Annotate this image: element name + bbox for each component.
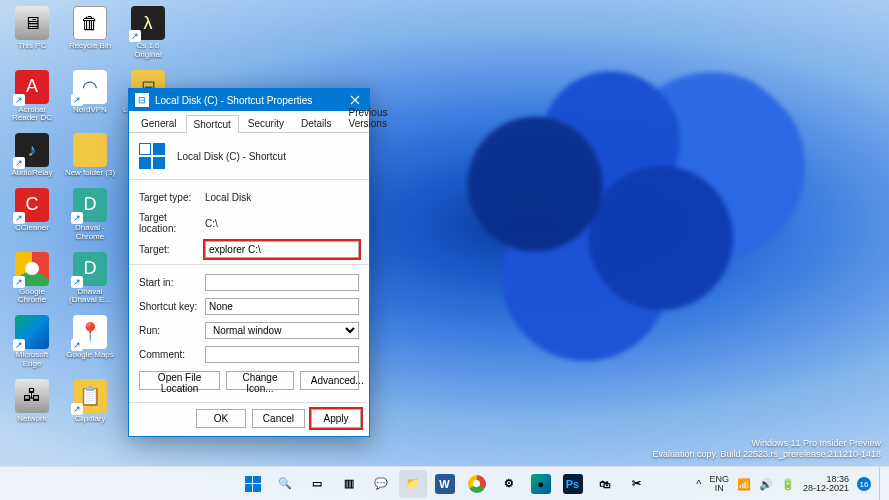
desktop-icon-label: Recycle Bin: [69, 42, 111, 51]
wallpaper-bloom: [409, 40, 829, 400]
start-in-row: Start in:: [139, 273, 359, 291]
volume-icon[interactable]: 🔊: [759, 478, 773, 491]
desktop-icon-audiorelay[interactable]: ♪↗AudioRelay: [6, 133, 58, 178]
desktop-icon-label: NordVPN: [73, 106, 107, 115]
tab-previous-versions[interactable]: Previous Versions: [341, 103, 396, 132]
desktop-icon-dhaval-e[interactable]: D↗Dhaval (Dhaval E...: [64, 252, 116, 306]
taskbar-photoshop[interactable]: Ps: [559, 470, 587, 498]
chrome-icon: [468, 475, 486, 493]
desktop-icon-new-folder-3[interactable]: New folder (3): [64, 133, 116, 178]
taskbar-search[interactable]: 🔍: [271, 470, 299, 498]
desktop-icon-acrobat[interactable]: A↗Acrobat Reader DC: [6, 70, 58, 124]
widgets-icon: ▥: [339, 474, 359, 494]
taskbar-start[interactable]: [239, 470, 267, 498]
file-explorer-icon: 📁: [403, 474, 423, 494]
language-switcher[interactable]: ENG IN: [709, 475, 729, 494]
run-label: Run:: [139, 325, 205, 336]
desktop-icon-label: This PC: [18, 42, 46, 51]
acrobat-icon: A↗: [15, 70, 49, 104]
taskbar-file-explorer[interactable]: 📁: [399, 470, 427, 498]
start-in-input[interactable]: [205, 274, 359, 291]
tab-details[interactable]: Details: [293, 114, 340, 132]
comment-input[interactable]: [205, 346, 359, 363]
apply-button[interactable]: Apply: [311, 409, 361, 428]
taskbar-task-view[interactable]: ▭: [303, 470, 331, 498]
dhaval-chrome-icon: D↗: [73, 188, 107, 222]
comment-row: Comment:: [139, 345, 359, 363]
desktop-icon-label: Dhaval - Chrome: [64, 224, 116, 242]
taskbar-settings[interactable]: ⚙: [495, 470, 523, 498]
run-row: Run: Normal window: [139, 321, 359, 339]
desktop-icon-nordvpn[interactable]: ◠↗NordVPN: [64, 70, 116, 124]
taskbar-snip[interactable]: ✂: [623, 470, 651, 498]
taskbar-chrome[interactable]: [463, 470, 491, 498]
recycle-bin-icon: 🗑: [73, 6, 107, 40]
taskbar-center: 🔍▭▥💬📁W⚙●Ps🛍✂: [239, 470, 651, 498]
desktop-icon-label: Microsoft Edge: [6, 351, 58, 369]
advanced-button[interactable]: Advanced...: [300, 371, 359, 390]
dialog-titlebar[interactable]: ⊟ Local Disk (C) - Shortcut Properties: [129, 89, 369, 111]
target-type-row: Target type: Local Disk: [139, 188, 359, 206]
desktop-icon-recycle-bin[interactable]: 🗑Recycle Bin: [64, 6, 116, 60]
notifications-badge[interactable]: 16: [857, 477, 871, 491]
word-icon: W: [435, 474, 455, 494]
start-in-label: Start in:: [139, 277, 205, 288]
wifi-icon[interactable]: 📶: [737, 478, 751, 491]
shortcut-arrow-icon: ↗: [13, 339, 25, 351]
taskbar-chat[interactable]: 💬: [367, 470, 395, 498]
taskbar-word[interactable]: W: [431, 470, 459, 498]
shortcut-arrow-icon: ↗: [13, 276, 25, 288]
target-input[interactable]: [205, 241, 359, 258]
target-type-value: Local Disk: [205, 192, 251, 203]
tab-shortcut[interactable]: Shortcut: [186, 115, 239, 133]
desktop-icon-google-chrome[interactable]: ↗Google Chrome: [6, 252, 58, 306]
dhaval-e-icon: D↗: [73, 252, 107, 286]
action-buttons-row: Open File Location Change Icon... Advanc…: [139, 371, 359, 390]
shortcut-arrow-icon: ↗: [71, 276, 83, 288]
separator: [129, 264, 369, 265]
run-select[interactable]: Normal window: [205, 322, 359, 339]
battery-icon[interactable]: 🔋: [781, 478, 795, 491]
watermark-line2: Evaluation copy. Build 22523.rs_prerelea…: [653, 449, 882, 460]
desktop-icon-microsoft-edge[interactable]: ↗Microsoft Edge: [6, 315, 58, 369]
desktop-icon-google-maps[interactable]: 📍↗Google Maps: [64, 315, 116, 369]
desktop-icon-dhaval-chrome[interactable]: D↗Dhaval - Chrome: [64, 188, 116, 242]
tab-security[interactable]: Security: [240, 114, 292, 132]
change-icon-button[interactable]: Change Icon...: [226, 371, 294, 390]
clock[interactable]: 18:36 28-12-2021: [803, 475, 849, 494]
drive-icon: ⊟: [135, 93, 149, 107]
desktop-icon-label: Cs 1.6 Original: [122, 42, 174, 60]
properties-dialog: ⊟ Local Disk (C) - Shortcut Properties G…: [128, 88, 370, 437]
open-file-location-button[interactable]: Open File Location: [139, 371, 220, 390]
desktop-icon-this-pc[interactable]: 🖥This PC: [6, 6, 58, 60]
desktop-icon-label: Dhaval (Dhaval E...: [64, 288, 116, 306]
tab-general[interactable]: General: [133, 114, 185, 132]
desktop-icon-cs-original[interactable]: λ↗Cs 1.6 Original: [122, 6, 174, 60]
shortcut-arrow-icon: ↗: [13, 157, 25, 169]
settings-icon: ⚙: [499, 474, 519, 494]
cancel-button[interactable]: Cancel: [252, 409, 305, 428]
desktop-icon-label: AudioRelay: [12, 169, 53, 178]
separator: [129, 179, 369, 180]
ok-button[interactable]: OK: [196, 409, 246, 428]
desktop-icon-clipdiary[interactable]: 📋↗Clipdiary: [64, 379, 116, 424]
comment-label: Comment:: [139, 349, 205, 360]
target-type-label: Target type:: [139, 192, 205, 203]
desktop-icon-network[interactable]: 🖧Network: [6, 379, 58, 424]
tray-chevron-icon[interactable]: ^: [696, 478, 701, 490]
dialog-body: Local Disk (C) - Shortcut Target type: L…: [129, 133, 369, 398]
taskbar-widgets[interactable]: ▥: [335, 470, 363, 498]
start-icon: [245, 476, 261, 492]
taskbar-store[interactable]: 🛍: [591, 470, 619, 498]
shortcut-key-input[interactable]: [205, 298, 359, 315]
new-folder-3-icon: [73, 133, 107, 167]
show-desktop-button[interactable]: [879, 467, 883, 500]
desktop[interactable]: 🖥This PC🗑Recycle Binλ↗Cs 1.6 OriginalA↗A…: [0, 0, 889, 500]
shortcut-key-row: Shortcut key:: [139, 297, 359, 315]
this-pc-icon: 🖥: [15, 6, 49, 40]
taskbar-edge[interactable]: ●: [527, 470, 555, 498]
desktop-icon-ccleaner[interactable]: C↗CCleaner: [6, 188, 58, 242]
shortcut-arrow-icon: ↗: [71, 212, 83, 224]
google-chrome-icon: ↗: [15, 252, 49, 286]
target-row: Target:: [139, 240, 359, 258]
